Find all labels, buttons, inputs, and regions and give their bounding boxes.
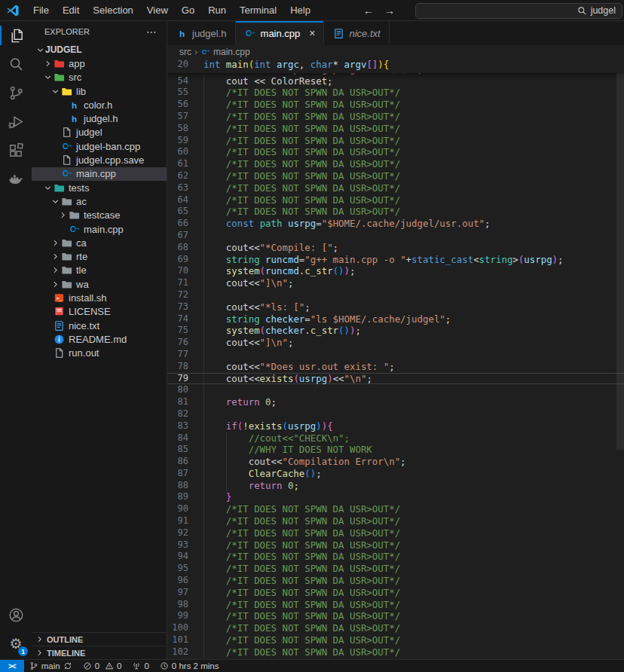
code-line[interactable]: 72 bbox=[167, 289, 624, 301]
code-line[interactable]: 57 /*IT DOES NOT SPWN DA USR>OUT*/ bbox=[167, 111, 624, 123]
code-line[interactable]: 101 /*IT DOES NOT SPWN DA USR>OUT*/ bbox=[167, 634, 624, 646]
code-line[interactable]: 60 /*IT DOES NOT SPWN DA USR>OUT*/ bbox=[167, 146, 624, 158]
code-line[interactable]: 91 /*IT DOES NOT SPWN DA USR>OUT*/ bbox=[167, 515, 624, 527]
menu-edit[interactable]: Edit bbox=[56, 0, 86, 20]
chevron-down-icon[interactable] bbox=[42, 72, 53, 83]
code-line[interactable]: 55 /*IT DOES NOT SPWN DA USR>OUT*/ bbox=[167, 87, 624, 99]
tab-nice-txt[interactable]: nice.txt bbox=[324, 21, 389, 45]
code-line[interactable]: 68 cout<<"*Compile: ["; bbox=[167, 242, 624, 254]
code-line[interactable]: 84 //cout<<"CHECK\n"; bbox=[167, 432, 624, 444]
activity-account-icon[interactable] bbox=[0, 600, 32, 629]
chevron-down-icon[interactable] bbox=[35, 44, 45, 55]
code-line[interactable]: 81 return 0; bbox=[167, 396, 624, 408]
tree-item-tle[interactable]: tle bbox=[32, 264, 167, 277]
sticky-scroll-line[interactable]: 20int main(int argc, char* argv[]){ bbox=[167, 59, 624, 73]
chevron-right-icon[interactable] bbox=[50, 279, 60, 289]
forward-arrow-icon[interactable]: → bbox=[384, 5, 395, 17]
chevron-right-icon[interactable] bbox=[57, 210, 68, 221]
chevron-right-icon[interactable] bbox=[50, 252, 60, 262]
tree-item-license[interactable]: LICENSE bbox=[32, 305, 167, 319]
code-line[interactable]: 87 ClearCache(); bbox=[167, 468, 624, 480]
tree-item-wa[interactable]: wa bbox=[32, 277, 167, 291]
tree-item-main-cpp[interactable]: C++main.cpp bbox=[32, 222, 167, 236]
tree-item-judgel-h[interactable]: hjudgel.h bbox=[32, 111, 167, 125]
tree-item-install-sh[interactable]: >_install.sh bbox=[32, 291, 167, 304]
code-line[interactable]: 94 /*IT DOES NOT SPWN DA USR>OUT*/ bbox=[167, 551, 624, 563]
code-line[interactable]: 64 /*IT DOES NOT SPWN DA USR>OUT*/ bbox=[167, 194, 624, 206]
code-line[interactable]: 99 /*IT DOES NOT SPWN DA USR>OUT*/ bbox=[167, 610, 624, 622]
code-line[interactable]: 66 const path usrpg="$HOME/.cache/judgel… bbox=[167, 218, 624, 230]
activity-extensions-icon[interactable] bbox=[0, 136, 32, 164]
code-line[interactable]: 67 bbox=[167, 230, 624, 242]
code-line-current[interactable]: 79 cout<<exists(usrpg)<<"\n"; bbox=[167, 373, 624, 385]
chevron-down-icon[interactable] bbox=[50, 86, 60, 96]
tree-item-nice-txt[interactable]: nice.txt bbox=[32, 319, 167, 332]
menu-go[interactable]: Go bbox=[175, 0, 201, 20]
time-tracker-indicator[interactable]: 0 hrs 2 mins bbox=[154, 660, 225, 672]
code-line[interactable]: 65 /*IT DOES NOT SPWN DA USR>OUT*/ bbox=[167, 206, 624, 218]
code-line[interactable]: 95 /*IT DOES NOT SPWN DA USR>OUT*/ bbox=[167, 563, 624, 575]
tree-item-readme-md[interactable]: README.md bbox=[32, 332, 167, 346]
tree-item-ac[interactable]: ac bbox=[32, 194, 167, 208]
code-line[interactable]: 54 cout << ColorReset; bbox=[167, 75, 624, 87]
tree-item-app[interactable]: app bbox=[32, 57, 167, 70]
chevron-down-icon[interactable] bbox=[50, 196, 60, 206]
activity-explorer-icon[interactable] bbox=[0, 21, 32, 50]
chevron-right-icon[interactable] bbox=[42, 58, 53, 69]
code-line[interactable]: 70 system(runcmd.c_str()); bbox=[167, 265, 624, 277]
breadcrumb-file[interactable]: main.cpp bbox=[213, 47, 250, 57]
tree-item-ca[interactable]: ca bbox=[32, 236, 167, 249]
code-line[interactable]: 90 /*IT DOES NOT SPWN DA USR>OUT*/ bbox=[167, 503, 624, 515]
tree-item-judgel-ban-cpp[interactable]: C++judgel-ban.cpp bbox=[32, 139, 167, 153]
code-line[interactable]: 59 /*IT DOES NOT SPWN DA USR>OUT*/ bbox=[167, 135, 624, 147]
code-line[interactable]: 56 /*IT DOES NOT SPWN DA USR>OUT*/ bbox=[167, 99, 624, 111]
menu-file[interactable]: File bbox=[26, 0, 56, 20]
activity-search-icon[interactable] bbox=[0, 50, 32, 78]
vertical-scrollbar[interactable] bbox=[616, 73, 624, 450]
code-line[interactable]: 62 /*IT DOES NOT SPWN DA USR>OUT*/ bbox=[167, 170, 624, 182]
code-line[interactable]: 76 cout<<"]\n"; bbox=[167, 337, 624, 349]
tree-item-judgel[interactable]: JUDGEL bbox=[32, 43, 167, 57]
menu-view[interactable]: View bbox=[140, 0, 175, 20]
code-line[interactable]: 93 /*IT DOES NOT SPWN DA USR>OUT*/ bbox=[167, 539, 624, 551]
tree-item-tests[interactable]: tests bbox=[32, 181, 167, 194]
menu-selection[interactable]: Selection bbox=[86, 0, 139, 20]
breadcrumb[interactable]: src › C++ main.cpp bbox=[167, 45, 624, 59]
breadcrumb-folder[interactable]: src bbox=[179, 47, 191, 57]
code-line[interactable]: 83 if(!exists(usrpg)){ bbox=[167, 420, 624, 432]
more-actions-icon[interactable]: ⋯ bbox=[146, 26, 158, 38]
activity-settings-icon[interactable]: ⚙1 bbox=[0, 629, 32, 658]
code-line[interactable]: 82 bbox=[167, 408, 624, 420]
code-line[interactable]: 63 /*IT DOES NOT SPWN DA USR>OUT*/ bbox=[167, 182, 624, 194]
code-line[interactable]: 80 bbox=[167, 384, 624, 396]
command-center-search[interactable]: judgel bbox=[415, 3, 622, 19]
code-viewport[interactable]: 53 cout << "Compiling program...\n\n";54… bbox=[167, 59, 624, 659]
code-line[interactable]: 97 /*IT DOES NOT SPWN DA USR>OUT*/ bbox=[167, 587, 624, 599]
code-line[interactable]: 86 cout<<"Compilation Error\n"; bbox=[167, 456, 624, 468]
code-line[interactable]: 102 /*IT DOES NOT SPWN DA USR>OUT*/ bbox=[167, 646, 624, 658]
code-line[interactable]: 77 bbox=[167, 349, 624, 361]
code-line[interactable]: 89 } bbox=[167, 491, 624, 503]
menu-terminal[interactable]: Terminal bbox=[233, 0, 283, 20]
menu-run[interactable]: Run bbox=[201, 0, 233, 20]
ports-indicator[interactable]: 0 bbox=[127, 660, 154, 672]
code-line[interactable]: 58 /*IT DOES NOT SPWN DA USR>OUT*/ bbox=[167, 123, 624, 135]
code-line[interactable]: 92 /*IT DOES NOT SPWN DA USR>OUT*/ bbox=[167, 527, 624, 539]
tree-item-lib[interactable]: lib bbox=[32, 84, 167, 98]
activity-run-debug-icon[interactable] bbox=[0, 107, 32, 136]
code-line[interactable]: 74 string checker="ls $HOME/.cache/judge… bbox=[167, 313, 624, 325]
panel-timeline[interactable]: TIMELINE bbox=[32, 646, 167, 659]
activity-docker-icon[interactable] bbox=[0, 164, 32, 193]
chevron-right-icon[interactable] bbox=[50, 237, 60, 248]
tree-item-rte[interactable]: rte bbox=[32, 249, 167, 263]
code-line[interactable]: 61 /*IT DOES NOT SPWN DA USR>OUT*/ bbox=[167, 158, 624, 170]
panel-outline[interactable]: OUTLINE bbox=[32, 632, 167, 646]
tree-item-judgel[interactable]: judgel bbox=[32, 126, 167, 139]
code-line[interactable]: 100 /*IT DOES NOT SPWN DA USR>OUT*/ bbox=[167, 622, 624, 634]
branch-indicator[interactable]: main bbox=[24, 660, 78, 672]
tree-item-src[interactable]: src bbox=[32, 71, 167, 84]
code-line[interactable]: 73 cout<<"*ls: ["; bbox=[167, 301, 624, 313]
chevron-down-icon[interactable] bbox=[42, 182, 53, 193]
remote-indicator[interactable]: >< bbox=[0, 660, 24, 672]
code-line[interactable]: 96 /*IT DOES NOT SPWN DA USR>OUT*/ bbox=[167, 575, 624, 587]
